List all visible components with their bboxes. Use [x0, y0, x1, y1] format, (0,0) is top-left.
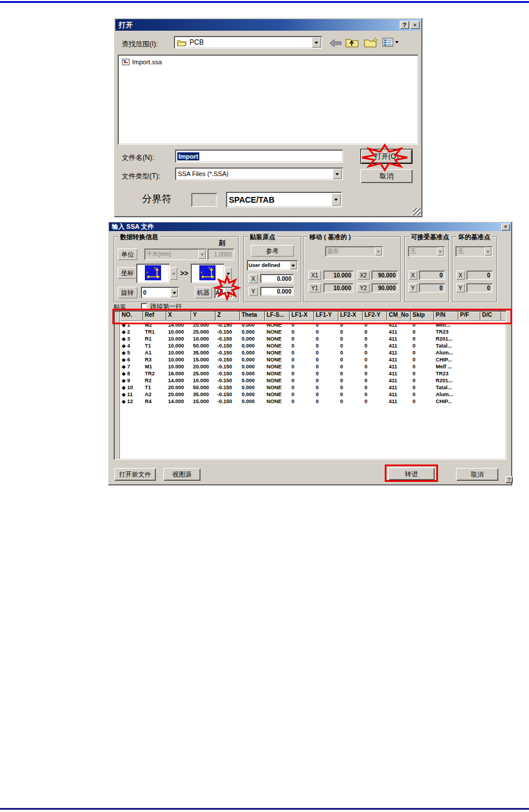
- dropdown-arrow-icon[interactable]: [331, 193, 341, 206]
- resize-grip[interactable]: [413, 208, 421, 215]
- bad-fiducial-combobox[interactable]: 无: [455, 246, 492, 257]
- look-in-combobox[interactable]: PCB: [174, 36, 322, 49]
- selected-text: Import: [177, 152, 199, 160]
- y-label: Y: [456, 283, 465, 292]
- open-button[interactable]: 打开(O): [360, 149, 413, 164]
- view-menu-icon[interactable]: [382, 38, 399, 47]
- close-icon[interactable]: ✕: [501, 224, 510, 231]
- x-label: X: [456, 270, 465, 280]
- column-header[interactable]: Z: [216, 312, 240, 321]
- view-source-button[interactable]: 视图源: [163, 468, 200, 481]
- dropdown-arrow-icon[interactable]: [333, 169, 342, 179]
- list-item[interactable]: Import.ssa: [122, 58, 418, 65]
- scale-field[interactable]: 1.0000: [207, 248, 234, 260]
- back-icon[interactable]: [329, 39, 342, 50]
- cancel-button[interactable]: 取消: [456, 468, 498, 481]
- column-header[interactable]: LF-S...: [265, 312, 290, 321]
- column-header[interactable]: D/C: [480, 312, 501, 321]
- x-label: X: [249, 274, 258, 283]
- coordinate-to-combobox[interactable]: Y x: [191, 264, 224, 283]
- table-row[interactable]: ◆ 11A220.00035.000-0.1500.000NONE0000411…: [120, 391, 505, 398]
- x1-field[interactable]: 10.000: [323, 270, 353, 280]
- coordinate-from-combobox[interactable]: Y x: [136, 264, 170, 283]
- file-type-combobox[interactable]: SSA Files (*.SSA): [175, 167, 343, 180]
- table-row[interactable]: ◆ 10T120.00050.000-0.1500.000NONE0000411…: [120, 384, 505, 391]
- column-header[interactable]: Y: [191, 312, 216, 321]
- y1-label: Y1: [308, 283, 321, 292]
- column-header[interactable]: P/N: [434, 312, 458, 321]
- dropdown-arrow-icon[interactable]: [290, 261, 297, 269]
- dropdown-arrow-icon[interactable]: [170, 267, 177, 280]
- bad-y-field[interactable]: 0: [466, 283, 492, 292]
- x2-field[interactable]: 90.000: [371, 270, 398, 280]
- column-header[interactable]: LF1-X: [290, 312, 314, 321]
- column-header[interactable]: P/F: [458, 312, 480, 321]
- dropdown-arrow-icon[interactable]: [312, 37, 321, 47]
- x1-label: X1: [308, 270, 321, 280]
- open-dialog-titlebar[interactable]: 打开 ? ✕: [115, 19, 421, 31]
- reference-button[interactable]: 参考: [251, 245, 294, 257]
- delimiter-value: ,: [211, 196, 213, 204]
- y1-field[interactable]: 10.000: [323, 283, 353, 292]
- column-header[interactable]: CM_No: [387, 312, 411, 321]
- origin-y-field[interactable]: 0.000: [260, 287, 294, 296]
- page-bottom-rule: [0, 808, 529, 810]
- dropdown-arrow-icon: [437, 247, 444, 255]
- table-row[interactable]: ◆ 1M214.00020.000-0.1500.000NONE00004110…: [120, 321, 505, 328]
- table-row[interactable]: ◆ 5A110.00035.000-0.1500.000NONE00004110…: [120, 349, 505, 356]
- table-row[interactable]: ◆ 3R110.00010.000-0.1500.000NONE00004110…: [120, 335, 505, 342]
- ssa-table-body: ◆ 1M214.00020.000-0.1500.000NONE00004110…: [120, 321, 505, 405]
- import-dialog-titlebar[interactable]: 输入 SSA 文件 ✕: [109, 222, 511, 231]
- open-dialog-title: 打开: [119, 20, 400, 30]
- svg-text:Y: Y: [208, 266, 210, 270]
- acceptable-fiducial-combobox[interactable]: 无: [408, 246, 445, 257]
- table-row[interactable]: ◆ 7M110.00020.000-0.1500.000NONE00004110…: [120, 363, 505, 370]
- table-row[interactable]: ◆ 4T110.00050.000-0.1500.000NONE00004110…: [120, 342, 505, 349]
- dropdown-arrow-icon[interactable]: [225, 288, 232, 297]
- rotate-combobox[interactable]: 0: [141, 287, 179, 298]
- reference-combobox[interactable]: User defined: [247, 260, 298, 270]
- close-icon[interactable]: ✕: [410, 21, 419, 29]
- table-row[interactable]: ◆ 2TR110.00025.000-0.1500.000NONE0000411…: [120, 328, 505, 335]
- unit-combobox[interactable]: 千米[mm]: [144, 248, 207, 260]
- dropdown-arrow-icon: [395, 41, 399, 45]
- import-ssa-dialog: 输入 SSA 文件 ✕ 数据转换信息 单位 千米[mm] 刻 1.0000 坐标…: [108, 221, 512, 485]
- group-title: 贴装原点: [248, 233, 277, 242]
- help-icon[interactable]: ?: [400, 21, 409, 29]
- table-row[interactable]: ◆ 6R310.00015.000-0.1500.000NONE00004110…: [120, 356, 505, 363]
- axis-orientation-icon: Y x: [199, 265, 216, 281]
- table-row[interactable]: ◆ 12R414.00015.000-0.1500.000NONE0000411…: [120, 398, 505, 405]
- up-one-level-icon[interactable]: [345, 37, 359, 50]
- cancel-button[interactable]: 取消: [360, 169, 413, 183]
- open-new-file-button[interactable]: 打开新文件: [114, 468, 156, 481]
- file-name-input[interactable]: Import: [175, 149, 343, 163]
- acceptable-x-field[interactable]: 0: [419, 270, 445, 280]
- y2-field[interactable]: 90.000: [371, 283, 398, 292]
- acceptable-y-field[interactable]: 0: [419, 283, 445, 292]
- delimiter-combobox[interactable]: SPACE/TAB: [226, 192, 342, 207]
- context-help-button[interactable]: ?: [505, 476, 513, 483]
- column-header[interactable]: Theta: [240, 312, 265, 321]
- new-folder-icon[interactable]: [364, 37, 379, 50]
- origin-x-field[interactable]: 0.000: [260, 274, 294, 283]
- machine-label: 机器: [195, 287, 212, 298]
- column-header[interactable]: Skip: [411, 312, 434, 321]
- table-row[interactable]: ◆ 8TR216.00025.000-0.1500.000NONE0000411…: [120, 370, 505, 377]
- machine-combobox[interactable]: All: [214, 287, 233, 298]
- column-header[interactable]: X: [166, 312, 191, 321]
- transfer-button[interactable]: 转进: [388, 467, 435, 480]
- delimiter-field[interactable]: ,: [191, 193, 217, 207]
- skip-first-row-checkbox[interactable]: [141, 303, 147, 309]
- bad-x-field[interactable]: 0: [466, 270, 492, 280]
- shape-combobox[interactable]: 圆形: [325, 246, 383, 257]
- column-header[interactable]: NO.: [120, 312, 143, 321]
- column-header[interactable]: Ref: [143, 312, 166, 321]
- column-header[interactable]: LF2-Y: [363, 312, 387, 321]
- dropdown-arrow-icon[interactable]: [170, 288, 178, 297]
- dropdown-arrow-icon[interactable]: [224, 267, 232, 280]
- table-row[interactable]: ◆ 9R214.00010.000-0.1500.000NONE00004110…: [120, 377, 505, 384]
- dropdown-arrow-icon: [375, 247, 382, 255]
- file-list[interactable]: Import.ssa: [118, 54, 418, 145]
- column-header[interactable]: LF2-X: [338, 312, 363, 321]
- column-header[interactable]: LF1-Y: [314, 312, 338, 321]
